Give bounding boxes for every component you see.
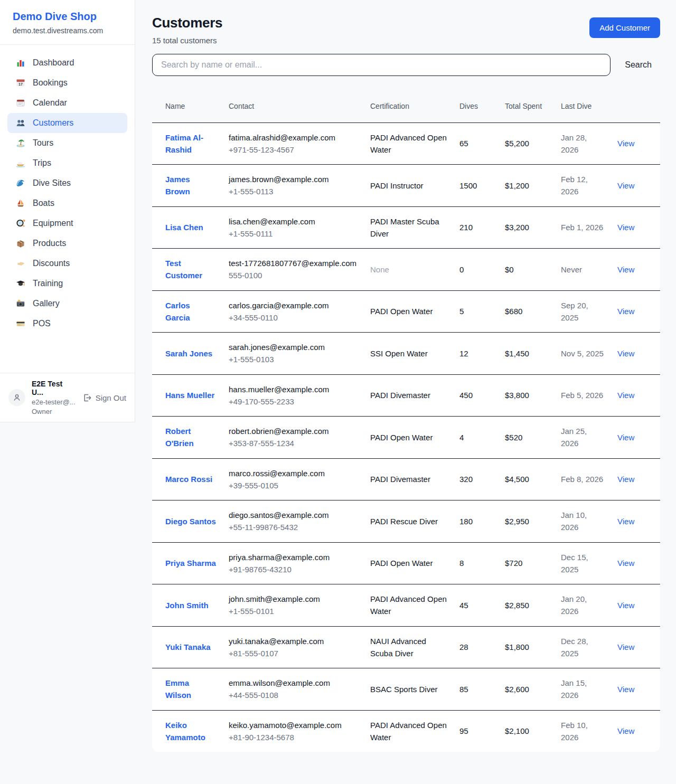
- sidebar-item-tours[interactable]: Tours: [7, 133, 127, 153]
- sailboat-icon: [16, 199, 25, 208]
- customer-total-spent: $3,200: [505, 223, 529, 232]
- search-button[interactable]: Search: [625, 60, 652, 70]
- search-input[interactable]: [152, 54, 611, 76]
- sidebar-item-bookings[interactable]: 17 Bookings: [7, 73, 127, 93]
- customer-name-link[interactable]: John Smith: [165, 601, 209, 610]
- customer-name-link[interactable]: Lisa Chen: [165, 223, 203, 232]
- sidebar-item-boats[interactable]: Boats: [7, 193, 127, 213]
- view-link[interactable]: View: [617, 517, 634, 526]
- sidebar-item-label: Discounts: [33, 259, 70, 268]
- customer-last-dive: Sep 20, 2025: [561, 301, 588, 322]
- customer-name-link[interactable]: James Brown: [165, 175, 190, 196]
- customer-name-link[interactable]: Marco Rossi: [165, 475, 212, 484]
- credit-card-icon: [16, 319, 25, 328]
- sign-out-button[interactable]: Sign Out: [82, 393, 126, 402]
- user-info: E2E Test U... e2e-tester@... Owner: [32, 380, 76, 415]
- customer-name-link[interactable]: Diego Santos: [165, 517, 216, 526]
- brand-block: Demo Dive Shop demo.test.divestreams.com: [0, 0, 135, 45]
- sidebar-item-dashboard[interactable]: Dashboard: [7, 53, 127, 73]
- sidebar-item-training[interactable]: Training: [7, 273, 127, 294]
- view-link[interactable]: View: [617, 685, 634, 694]
- view-link[interactable]: View: [617, 223, 634, 232]
- customer-name-link[interactable]: Keiko Yamamoto: [165, 721, 205, 742]
- view-link[interactable]: View: [617, 559, 634, 568]
- view-link[interactable]: View: [617, 601, 634, 610]
- svg-text:17: 17: [18, 82, 23, 86]
- customer-total-spent: $0: [505, 265, 514, 274]
- sidebar-item-gallery[interactable]: Gallery: [7, 294, 127, 314]
- customer-name-link[interactable]: Emma Wilson: [165, 678, 191, 700]
- customer-last-dive: Jan 25, 2026: [561, 427, 587, 448]
- customer-email: fatima.alrashid@example.com: [229, 131, 358, 144]
- customer-name-link[interactable]: Test Customer: [165, 259, 202, 280]
- sidebar-item-pos[interactable]: POS: [7, 314, 127, 334]
- wave-icon: [16, 178, 25, 188]
- sidebar-item-equipment[interactable]: Equipment: [7, 213, 127, 233]
- customer-name-link[interactable]: Carlos Garcia: [165, 301, 190, 322]
- customer-last-dive: Jan 28, 2026: [561, 133, 587, 154]
- customer-dives: 45: [459, 601, 468, 610]
- sidebar-nav: Dashboard 17 Bookings Calendar Customers…: [0, 45, 135, 373]
- view-link[interactable]: View: [617, 265, 634, 274]
- table-header-row: NameContactCertificationDivesTotal Spent…: [152, 90, 660, 122]
- customer-name-link[interactable]: Sarah Jones: [165, 349, 212, 358]
- customer-dives: 4: [459, 433, 464, 442]
- customer-name-link[interactable]: Priya Sharma: [165, 559, 216, 568]
- customer-certification: PADI Open Water: [370, 559, 433, 568]
- page-title: Customers: [152, 15, 222, 31]
- column-header-actions: [617, 90, 660, 122]
- view-link[interactable]: View: [617, 475, 634, 484]
- customer-dives: 1500: [459, 181, 477, 190]
- table-row: Sarah Jones sarah.jones@example.com +1-5…: [152, 333, 660, 375]
- view-link[interactable]: View: [617, 139, 634, 148]
- sidebar-item-label: Products: [33, 239, 66, 248]
- column-header-certification: Certification: [370, 90, 459, 122]
- sidebar-item-dive-sites[interactable]: Dive Sites: [7, 173, 127, 193]
- table-row: Keiko Yamamoto keiko.yamamoto@example.co…: [152, 710, 660, 752]
- sidebar-item-calendar[interactable]: Calendar: [7, 93, 127, 113]
- brand-domain: demo.test.divestreams.com: [13, 26, 122, 35]
- sidebar-item-trips[interactable]: Trips: [7, 153, 127, 173]
- customer-dives: 8: [459, 559, 464, 568]
- sidebar-item-customers[interactable]: Customers: [7, 113, 127, 133]
- customer-name-link[interactable]: Robert O'Brien: [165, 427, 194, 448]
- view-link[interactable]: View: [617, 307, 634, 316]
- customer-email: james.brown@example.com: [229, 173, 358, 185]
- view-link[interactable]: View: [617, 643, 634, 651]
- customer-email: hans.mueller@example.com: [229, 383, 358, 395]
- page-header: Customers 15 total customers Add Custome…: [152, 15, 660, 45]
- view-link[interactable]: View: [617, 391, 634, 400]
- customer-certification: SSI Open Water: [370, 349, 428, 358]
- customer-phone: +971-55-123-4567: [229, 144, 358, 156]
- customer-phone: +49-170-555-2233: [229, 395, 358, 408]
- add-customer-button[interactable]: Add Customer: [589, 17, 660, 38]
- dive-mask-icon: [16, 219, 25, 228]
- sidebar-item-products[interactable]: Products: [7, 233, 127, 253]
- customer-dives: 5: [459, 307, 464, 316]
- column-header-contact: Contact: [229, 90, 370, 122]
- customer-last-dive: Never: [561, 265, 582, 274]
- customer-dives: 95: [459, 726, 468, 735]
- customer-name-link[interactable]: Yuki Tanaka: [165, 643, 211, 651]
- sidebar-item-discounts[interactable]: Discounts: [7, 253, 127, 273]
- sidebar-item-label: Dive Sites: [33, 178, 71, 188]
- customer-name-link[interactable]: Fatima Al-Rashid: [165, 133, 203, 154]
- customer-phone: +39-555-0105: [229, 479, 358, 492]
- view-link[interactable]: View: [617, 433, 634, 442]
- customer-last-dive: Feb 1, 2026: [561, 223, 603, 232]
- customer-dives: 85: [459, 685, 468, 694]
- view-link[interactable]: View: [617, 726, 634, 735]
- customer-phone: +1-555-0103: [229, 353, 358, 365]
- customer-phone: +1-555-0111: [229, 228, 358, 240]
- customer-name-link[interactable]: Hans Mueller: [165, 391, 214, 400]
- customer-last-dive: Feb 8, 2026: [561, 475, 603, 484]
- view-link[interactable]: View: [617, 181, 634, 190]
- customer-certification: PADI Advanced Open Water: [370, 594, 447, 616]
- customer-phone: +91-98765-43210: [229, 563, 358, 575]
- sign-out-icon: [82, 393, 91, 402]
- customer-total-spent: $4,500: [505, 475, 529, 484]
- column-header-dives: Dives: [459, 90, 505, 122]
- table-row: Marco Rossi marco.rossi@example.com +39-…: [152, 458, 660, 500]
- brand-title: Demo Dive Shop: [13, 11, 122, 23]
- view-link[interactable]: View: [617, 349, 634, 358]
